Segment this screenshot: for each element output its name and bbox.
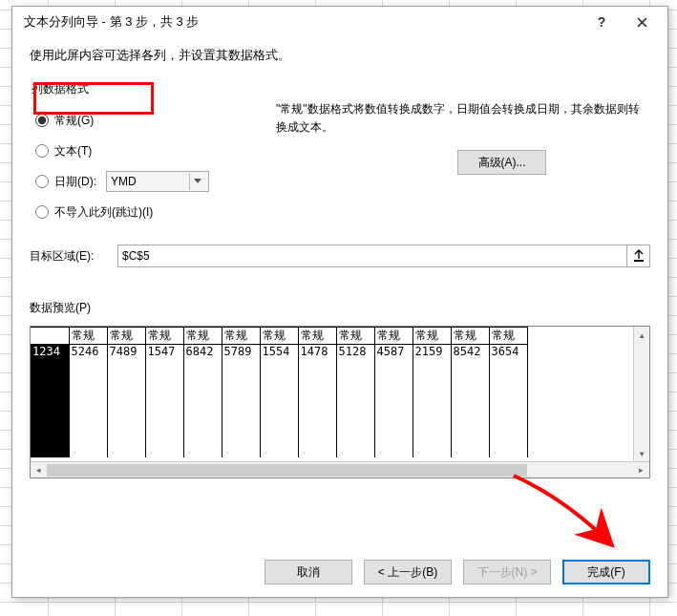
chevron-down-icon — [189, 173, 204, 190]
format-description-area: "常规"数据格式将数值转换成数字，日期值会转换成日期，其余数据则转换成文本。 高… — [259, 74, 650, 175]
preview-header[interactable]: 常规 — [107, 328, 145, 345]
preview-cell[interactable]: 7489 — [107, 345, 145, 457]
preview-cell[interactable]: 1547 — [145, 345, 183, 457]
preview-table[interactable]: 常规常规常规常规常规常规常规常规常规常规常规常规常规12345246748915… — [31, 327, 528, 457]
data-preview: 常规常规常规常规常规常规常规常规常规常规常规常规常规12345246748915… — [30, 326, 650, 478]
text-to-columns-wizard-dialog: 文本分列向导 - 第 3 步，共 3 步 ? 使用此屏内容可选择各列，并设置其数… — [11, 6, 668, 598]
radio-skip-label: 不导入此列(跳过)(I) — [54, 204, 153, 221]
radio-skip[interactable] — [35, 205, 49, 219]
preview-header[interactable]: 常规 — [183, 328, 222, 345]
destination-label: 目标区域(E): — [30, 248, 117, 265]
preview-header[interactable]: 常规 — [489, 328, 527, 345]
preview-cell[interactable]: 4587 — [374, 345, 413, 457]
radio-general[interactable] — [35, 114, 49, 127]
scroll-up-icon[interactable]: ▴ — [634, 327, 649, 343]
radio-date[interactable] — [35, 175, 49, 188]
svg-rect-0 — [634, 260, 644, 262]
date-format-select[interactable]: YMD — [106, 171, 209, 192]
help-button[interactable]: ? — [582, 9, 622, 35]
preview-cell[interactable]: 1478 — [298, 345, 336, 457]
format-description: "常规"数据格式将数值转换成数字，日期值会转换成日期，其余数据则转换成文本。 — [276, 100, 645, 137]
group-title: 列数据格式 — [30, 81, 259, 97]
dialog-footer: 取消 < 上一步(B) 下一步(N) > 完成(F) — [12, 547, 667, 597]
preview-header[interactable]: 常规 — [260, 328, 298, 345]
range-picker-button[interactable] — [627, 244, 650, 267]
advanced-button[interactable]: 高级(A)... — [457, 150, 546, 175]
preview-header[interactable]: 常规 — [298, 328, 336, 345]
dialog-body: 使用此屏内容可选择各列，并设置其数据格式。 列数据格式 常规(G) 文本(T) … — [12, 37, 667, 547]
close-button[interactable] — [622, 9, 662, 35]
format-area: 列数据格式 常规(G) 文本(T) 日期(D): YMD — [30, 74, 650, 227]
range-picker-icon — [633, 249, 645, 263]
column-data-format-group: 列数据格式 常规(G) 文本(T) 日期(D): YMD — [30, 81, 259, 227]
destination-row: 目标区域(E): — [30, 244, 650, 267]
preview-header[interactable]: 常规 — [374, 328, 413, 345]
preview-label: 数据预览(P) — [30, 300, 650, 316]
preview-cell[interactable]: 5246 — [69, 345, 107, 457]
scroll-right-icon[interactable]: ▸ — [633, 462, 649, 478]
radio-text-label: 文本(T) — [54, 143, 92, 159]
radio-text[interactable] — [35, 144, 49, 158]
close-icon — [637, 17, 647, 28]
preview-header[interactable]: 常规 — [69, 328, 107, 345]
preview-cell[interactable]: 5789 — [222, 345, 260, 457]
horizontal-scrollbar[interactable]: ◂ ▸ — [31, 461, 649, 478]
preview-cell[interactable]: 6842 — [183, 345, 222, 457]
window-title: 文本分列向导 - 第 3 步，共 3 步 — [24, 13, 582, 31]
preview-header[interactable]: 常规 — [145, 328, 183, 345]
preview-cell[interactable]: 2159 — [413, 345, 451, 457]
preview-cell[interactable]: 1234 — [31, 345, 69, 457]
preview-cell[interactable]: 8542 — [451, 345, 489, 457]
intro-text: 使用此屏内容可选择各列，并设置其数据格式。 — [30, 47, 650, 64]
preview-cell[interactable]: 1554 — [260, 345, 298, 457]
cancel-button[interactable]: 取消 — [264, 560, 352, 584]
preview-header[interactable]: 常规 — [222, 328, 260, 345]
preview-header[interactable]: 常规 — [413, 328, 451, 345]
preview-header[interactable]: 常规 — [336, 328, 374, 345]
date-format-value: YMD — [111, 175, 137, 188]
scroll-track[interactable] — [47, 462, 633, 478]
next-button: 下一步(N) > — [463, 560, 551, 584]
radio-row-general[interactable]: 常规(G) — [30, 105, 259, 136]
title-bar: 文本分列向导 - 第 3 步，共 3 步 ? — [12, 7, 667, 37]
preview-header[interactable]: 常规 — [31, 328, 69, 345]
radio-row-date[interactable]: 日期(D): YMD — [30, 166, 259, 197]
scroll-down-icon[interactable]: ▾ — [634, 445, 649, 461]
finish-button[interactable]: 完成(F) — [562, 560, 650, 584]
radio-date-label: 日期(D): — [54, 174, 96, 190]
preview-cell[interactable]: 5128 — [336, 345, 374, 457]
back-button[interactable]: < 上一步(B) — [364, 560, 452, 584]
radio-general-label: 常规(G) — [54, 113, 94, 129]
preview-cell[interactable]: 3654 — [489, 345, 527, 457]
scroll-thumb[interactable] — [47, 464, 527, 477]
scroll-left-icon[interactable]: ◂ — [31, 462, 47, 478]
radio-row-skip[interactable]: 不导入此列(跳过)(I) — [30, 197, 259, 227]
preview-header[interactable]: 常规 — [451, 328, 489, 345]
vertical-scrollbar[interactable]: ▴ ▾ — [633, 327, 649, 461]
destination-input[interactable] — [117, 244, 627, 267]
radio-row-text[interactable]: 文本(T) — [30, 136, 259, 166]
